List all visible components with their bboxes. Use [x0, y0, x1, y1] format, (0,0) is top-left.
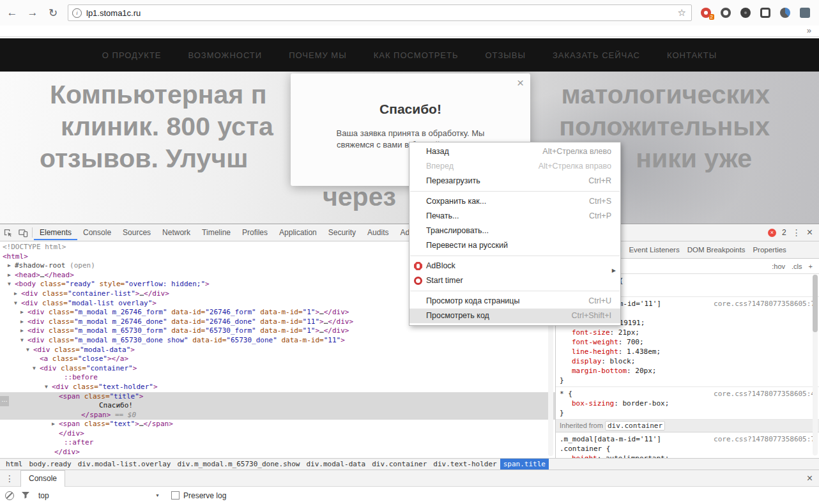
- devtools-tab-sources[interactable]: Sources: [117, 225, 157, 240]
- tree-expand-arrow[interactable]: ▶: [14, 289, 17, 299]
- tree-expand-arrow[interactable]: ▼: [8, 280, 11, 289]
- elements-tree-row[interactable]: Спасибо!: [0, 401, 555, 411]
- devtools-tab-audits[interactable]: Audits: [362, 225, 394, 240]
- css-declaration[interactable]: font-size: 21px;: [556, 328, 819, 337]
- toggle-classes[interactable]: .cls: [792, 263, 802, 270]
- error-badge-icon[interactable]: ×: [768, 229, 776, 237]
- tree-expand-arrow[interactable]: ▼: [45, 383, 48, 392]
- bookmark-star-icon[interactable]: ☆: [677, 7, 687, 19]
- breadcrumb-item[interactable]: div.modal-data: [303, 459, 369, 470]
- elements-tree-row[interactable]: <a class="close"></a>: [0, 355, 555, 364]
- tree-expand-arrow[interactable]: ▶: [20, 326, 24, 336]
- tree-expand-arrow[interactable]: ▶: [8, 271, 11, 280]
- site-nav-item[interactable]: ВОЗМОЖНОСТИ: [188, 50, 263, 60]
- drawer-close-icon[interactable]: ×: [807, 473, 813, 484]
- breadcrumb-item[interactable]: div.container: [369, 459, 430, 470]
- context-menu-item[interactable]: AdBlock▶: [410, 259, 620, 273]
- tree-expand-arrow[interactable]: ▼: [20, 336, 24, 346]
- breadcrumb-item[interactable]: div.text-holder: [430, 459, 500, 470]
- context-menu-item[interactable]: Печать...Ctrl+P: [410, 209, 620, 224]
- devtools-tab-elements[interactable]: Elements: [34, 225, 77, 240]
- extension-icon-3[interactable]: [740, 8, 751, 18]
- new-style-rule-button[interactable]: +: [809, 263, 813, 270]
- url-text[interactable]: lp1.stoma1c.ru: [86, 8, 677, 18]
- sidebar-tab-event-listeners[interactable]: Event Listeners: [625, 242, 683, 257]
- extension-icon-4[interactable]: [760, 8, 770, 18]
- tree-expand-arrow[interactable]: ▶: [52, 420, 55, 429]
- elements-tree-row[interactable]: </div>: [0, 448, 555, 457]
- devtools-tab-timeline[interactable]: Timeline: [196, 225, 236, 240]
- tree-expand-arrow[interactable]: ▼: [33, 364, 36, 374]
- tree-expand-arrow[interactable]: ▼: [26, 346, 29, 355]
- context-menu-item[interactable]: ПерезагрузитьCtrl+R: [410, 174, 620, 188]
- bookmarks-overflow-icon[interactable]: »: [807, 26, 811, 36]
- devtools-tab-profiles[interactable]: Profiles: [236, 225, 273, 240]
- console-drawer-tab[interactable]: Console: [20, 470, 65, 487]
- css-selector[interactable]: * {: [560, 389, 572, 399]
- breadcrumb-item[interactable]: html: [3, 459, 26, 470]
- toggle-hover-state[interactable]: :hov: [772, 263, 785, 270]
- devtools-close-icon[interactable]: ×: [807, 227, 813, 238]
- extension-icon-6[interactable]: [800, 8, 810, 18]
- tree-expand-arrow[interactable]: ▶: [20, 317, 24, 327]
- elements-tree-row[interactable]: ::after: [0, 438, 555, 448]
- clear-console-icon[interactable]: [5, 491, 14, 500]
- devtools-tab-network[interactable]: Network: [157, 225, 196, 240]
- context-menu-item[interactable]: Транслировать...: [410, 224, 620, 238]
- elements-tree-row[interactable]: ▶<span class="text">…</span>: [0, 420, 555, 429]
- execution-context-select[interactable]: top ▼: [38, 491, 160, 500]
- styles-scrollbar[interactable]: [813, 275, 818, 455]
- devtools-tab-application[interactable]: Application: [273, 225, 323, 240]
- extension-icon-5[interactable]: [780, 8, 790, 18]
- extension-icon-2[interactable]: [721, 8, 731, 18]
- elements-tree-row[interactable]: </div>: [0, 429, 555, 439]
- breadcrumb-item[interactable]: div.m_modal.m_65730_done.show: [174, 459, 303, 470]
- css-declaration[interactable]: display: block;: [556, 356, 819, 366]
- preserve-log-checkbox[interactable]: [171, 491, 180, 500]
- drawer-menu-icon[interactable]: ⋮: [5, 473, 14, 484]
- elements-tree-row[interactable]: ▼<div class="modal-data">: [0, 346, 555, 355]
- css-declaration[interactable]: height: auto!important;: [556, 454, 819, 458]
- context-menu-item[interactable]: Просмотреть кодCtrl+Shift+I: [410, 309, 620, 323]
- tree-expand-arrow[interactable]: ▼: [14, 299, 17, 309]
- inspect-element-icon[interactable]: [0, 224, 15, 241]
- context-menu-item[interactable]: Start timer: [410, 273, 620, 288]
- breadcrumb-item[interactable]: span.title: [500, 459, 549, 470]
- context-menu-item[interactable]: Просмотр кода страницыCtrl+U: [410, 294, 620, 309]
- site-nav-item[interactable]: О ПРОДУКТЕ: [102, 50, 162, 60]
- breadcrumb-item[interactable]: div.modal-list.overlay: [75, 459, 174, 470]
- sidebar-tab-properties[interactable]: Properties: [749, 242, 790, 257]
- stylesheet-link[interactable]: core.css?1478077358605:4: [714, 389, 819, 399]
- address-bar[interactable]: i lp1.stoma1c.ru ☆: [68, 4, 692, 21]
- context-menu-item[interactable]: НазадAlt+Стрелка влево: [410, 144, 620, 159]
- inherited-node-link[interactable]: div.container: [605, 421, 665, 431]
- context-menu-item[interactable]: ВпередAlt+Стрелка вправо: [410, 159, 620, 174]
- site-nav-item[interactable]: ЗАКАЗАТЬ СЕЙЧАС: [553, 50, 640, 60]
- site-nav-item[interactable]: ПОЧЕМУ МЫ: [289, 50, 347, 60]
- elements-tree-row[interactable]: ▼<div class="container">: [0, 364, 555, 374]
- devtools-tab-security[interactable]: Security: [323, 225, 362, 240]
- filter-icon[interactable]: [22, 492, 29, 499]
- stylesheet-link[interactable]: core.css?1478077358605:7: [714, 434, 819, 444]
- site-nav-item[interactable]: ОТЗЫВЫ: [486, 50, 526, 60]
- context-menu-item[interactable]: Сохранить как...Ctrl+S: [410, 194, 620, 209]
- sidebar-tab-dom-breakpoints[interactable]: DOM Breakpoints: [684, 242, 749, 257]
- elements-tree-row[interactable]: ▼<div class="m_modal m_65730_done show" …: [0, 336, 555, 346]
- back-icon[interactable]: ←: [4, 6, 20, 19]
- elements-tree-row[interactable]: <span class="title">: [0, 392, 555, 402]
- context-menu-item[interactable]: Перевести на русский: [410, 238, 620, 253]
- device-toolbar-icon[interactable]: [15, 224, 31, 241]
- devtools-menu-icon[interactable]: ⋮: [792, 227, 801, 238]
- css-declaration[interactable]: line-height: 1.438em;: [556, 347, 819, 356]
- elements-tree-row[interactable]: ▼<div class="text-holder">: [0, 383, 555, 392]
- tree-expand-arrow[interactable]: ▶: [8, 261, 11, 271]
- forward-icon[interactable]: →: [24, 6, 41, 19]
- css-declaration[interactable]: box-sizing: border-box;: [556, 399, 819, 408]
- breadcrumb-item[interactable]: body.ready: [26, 459, 75, 470]
- tree-expand-arrow[interactable]: ▶: [20, 308, 24, 317]
- site-nav-item[interactable]: КАК ПОСМОТРЕТЬ: [374, 50, 459, 60]
- elements-tree-row[interactable]: </span> == $0: [0, 411, 555, 420]
- css-declaration[interactable]: font-weight: 700;: [556, 337, 819, 347]
- css-selector[interactable]: .m_modal[data-m-id='11'] .container {: [560, 434, 687, 454]
- devtools-tab-console[interactable]: Console: [77, 225, 117, 240]
